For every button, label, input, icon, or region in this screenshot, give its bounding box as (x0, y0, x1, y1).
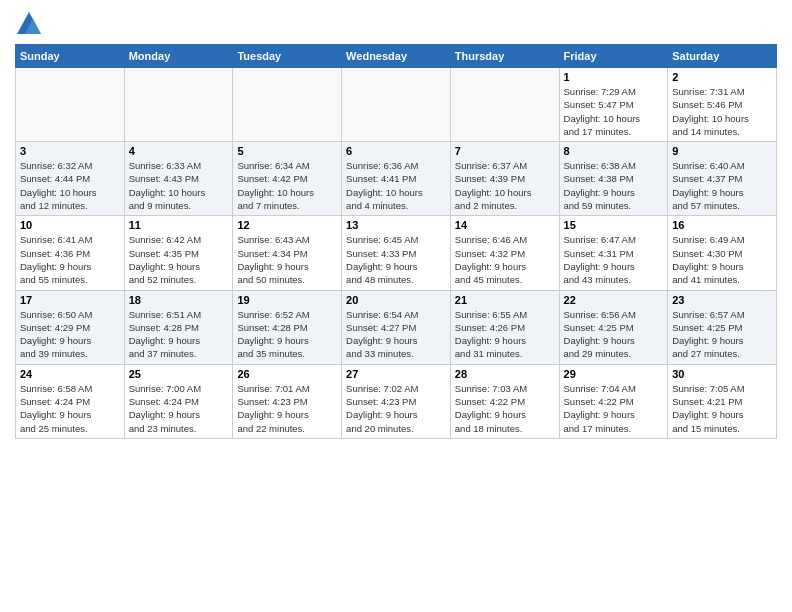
calendar-cell: 22Sunrise: 6:56 AM Sunset: 4:25 PM Dayli… (559, 290, 668, 364)
day-info: Sunrise: 6:56 AM Sunset: 4:25 PM Dayligh… (564, 308, 664, 361)
day-number: 19 (237, 294, 337, 306)
day-number: 27 (346, 368, 446, 380)
day-number: 20 (346, 294, 446, 306)
day-number: 26 (237, 368, 337, 380)
weekday-header-friday: Friday (559, 45, 668, 68)
day-info: Sunrise: 6:49 AM Sunset: 4:30 PM Dayligh… (672, 233, 772, 286)
calendar-cell: 27Sunrise: 7:02 AM Sunset: 4:23 PM Dayli… (342, 364, 451, 438)
calendar-cell: 9Sunrise: 6:40 AM Sunset: 4:37 PM Daylig… (668, 142, 777, 216)
calendar-cell (233, 68, 342, 142)
day-number: 16 (672, 219, 772, 231)
day-number: 15 (564, 219, 664, 231)
calendar-cell: 21Sunrise: 6:55 AM Sunset: 4:26 PM Dayli… (450, 290, 559, 364)
calendar-cell: 7Sunrise: 6:37 AM Sunset: 4:39 PM Daylig… (450, 142, 559, 216)
day-number: 7 (455, 145, 555, 157)
logo (15, 10, 47, 38)
day-info: Sunrise: 6:55 AM Sunset: 4:26 PM Dayligh… (455, 308, 555, 361)
day-number: 25 (129, 368, 229, 380)
day-info: Sunrise: 7:04 AM Sunset: 4:22 PM Dayligh… (564, 382, 664, 435)
calendar-cell: 8Sunrise: 6:38 AM Sunset: 4:38 PM Daylig… (559, 142, 668, 216)
day-info: Sunrise: 6:38 AM Sunset: 4:38 PM Dayligh… (564, 159, 664, 212)
day-number: 9 (672, 145, 772, 157)
calendar-header: SundayMondayTuesdayWednesdayThursdayFrid… (16, 45, 777, 68)
day-number: 29 (564, 368, 664, 380)
weekday-header-row: SundayMondayTuesdayWednesdayThursdayFrid… (16, 45, 777, 68)
calendar-cell: 12Sunrise: 6:43 AM Sunset: 4:34 PM Dayli… (233, 216, 342, 290)
day-info: Sunrise: 6:33 AM Sunset: 4:43 PM Dayligh… (129, 159, 229, 212)
calendar-cell: 14Sunrise: 6:46 AM Sunset: 4:32 PM Dayli… (450, 216, 559, 290)
calendar-week-3: 10Sunrise: 6:41 AM Sunset: 4:36 PM Dayli… (16, 216, 777, 290)
day-number: 14 (455, 219, 555, 231)
calendar-cell: 25Sunrise: 7:00 AM Sunset: 4:24 PM Dayli… (124, 364, 233, 438)
calendar-cell: 11Sunrise: 6:42 AM Sunset: 4:35 PM Dayli… (124, 216, 233, 290)
calendar-cell: 13Sunrise: 6:45 AM Sunset: 4:33 PM Dayli… (342, 216, 451, 290)
weekday-header-tuesday: Tuesday (233, 45, 342, 68)
calendar-body: 1Sunrise: 7:29 AM Sunset: 5:47 PM Daylig… (16, 68, 777, 439)
weekday-header-wednesday: Wednesday (342, 45, 451, 68)
page-container: SundayMondayTuesdayWednesdayThursdayFrid… (0, 0, 792, 449)
calendar-cell: 19Sunrise: 6:52 AM Sunset: 4:28 PM Dayli… (233, 290, 342, 364)
day-number: 23 (672, 294, 772, 306)
day-number: 18 (129, 294, 229, 306)
day-number: 10 (20, 219, 120, 231)
calendar-cell: 16Sunrise: 6:49 AM Sunset: 4:30 PM Dayli… (668, 216, 777, 290)
day-number: 21 (455, 294, 555, 306)
day-number: 24 (20, 368, 120, 380)
day-info: Sunrise: 6:58 AM Sunset: 4:24 PM Dayligh… (20, 382, 120, 435)
calendar-cell: 6Sunrise: 6:36 AM Sunset: 4:41 PM Daylig… (342, 142, 451, 216)
day-number: 6 (346, 145, 446, 157)
day-number: 30 (672, 368, 772, 380)
day-info: Sunrise: 6:43 AM Sunset: 4:34 PM Dayligh… (237, 233, 337, 286)
calendar-cell (124, 68, 233, 142)
day-info: Sunrise: 6:46 AM Sunset: 4:32 PM Dayligh… (455, 233, 555, 286)
page-header (15, 10, 777, 38)
calendar-cell (450, 68, 559, 142)
calendar-cell: 2Sunrise: 7:31 AM Sunset: 5:46 PM Daylig… (668, 68, 777, 142)
day-info: Sunrise: 6:32 AM Sunset: 4:44 PM Dayligh… (20, 159, 120, 212)
day-info: Sunrise: 6:54 AM Sunset: 4:27 PM Dayligh… (346, 308, 446, 361)
calendar-cell: 3Sunrise: 6:32 AM Sunset: 4:44 PM Daylig… (16, 142, 125, 216)
calendar-cell: 17Sunrise: 6:50 AM Sunset: 4:29 PM Dayli… (16, 290, 125, 364)
calendar-cell: 5Sunrise: 6:34 AM Sunset: 4:42 PM Daylig… (233, 142, 342, 216)
calendar-table: SundayMondayTuesdayWednesdayThursdayFrid… (15, 44, 777, 439)
day-info: Sunrise: 6:52 AM Sunset: 4:28 PM Dayligh… (237, 308, 337, 361)
day-number: 1 (564, 71, 664, 83)
day-number: 22 (564, 294, 664, 306)
day-number: 11 (129, 219, 229, 231)
weekday-header-saturday: Saturday (668, 45, 777, 68)
calendar-cell: 30Sunrise: 7:05 AM Sunset: 4:21 PM Dayli… (668, 364, 777, 438)
day-info: Sunrise: 6:50 AM Sunset: 4:29 PM Dayligh… (20, 308, 120, 361)
day-info: Sunrise: 6:34 AM Sunset: 4:42 PM Dayligh… (237, 159, 337, 212)
day-info: Sunrise: 6:36 AM Sunset: 4:41 PM Dayligh… (346, 159, 446, 212)
day-info: Sunrise: 7:29 AM Sunset: 5:47 PM Dayligh… (564, 85, 664, 138)
calendar-week-5: 24Sunrise: 6:58 AM Sunset: 4:24 PM Dayli… (16, 364, 777, 438)
weekday-header-thursday: Thursday (450, 45, 559, 68)
calendar-cell: 23Sunrise: 6:57 AM Sunset: 4:25 PM Dayli… (668, 290, 777, 364)
calendar-week-2: 3Sunrise: 6:32 AM Sunset: 4:44 PM Daylig… (16, 142, 777, 216)
day-info: Sunrise: 7:31 AM Sunset: 5:46 PM Dayligh… (672, 85, 772, 138)
day-number: 5 (237, 145, 337, 157)
calendar-cell: 20Sunrise: 6:54 AM Sunset: 4:27 PM Dayli… (342, 290, 451, 364)
day-info: Sunrise: 6:37 AM Sunset: 4:39 PM Dayligh… (455, 159, 555, 212)
day-info: Sunrise: 6:51 AM Sunset: 4:28 PM Dayligh… (129, 308, 229, 361)
calendar-cell: 24Sunrise: 6:58 AM Sunset: 4:24 PM Dayli… (16, 364, 125, 438)
calendar-cell: 28Sunrise: 7:03 AM Sunset: 4:22 PM Dayli… (450, 364, 559, 438)
day-info: Sunrise: 6:45 AM Sunset: 4:33 PM Dayligh… (346, 233, 446, 286)
weekday-header-monday: Monday (124, 45, 233, 68)
calendar-cell (342, 68, 451, 142)
calendar-cell: 4Sunrise: 6:33 AM Sunset: 4:43 PM Daylig… (124, 142, 233, 216)
day-info: Sunrise: 6:42 AM Sunset: 4:35 PM Dayligh… (129, 233, 229, 286)
calendar-cell: 18Sunrise: 6:51 AM Sunset: 4:28 PM Dayli… (124, 290, 233, 364)
day-number: 3 (20, 145, 120, 157)
day-number: 8 (564, 145, 664, 157)
calendar-week-4: 17Sunrise: 6:50 AM Sunset: 4:29 PM Dayli… (16, 290, 777, 364)
day-info: Sunrise: 6:40 AM Sunset: 4:37 PM Dayligh… (672, 159, 772, 212)
day-info: Sunrise: 7:00 AM Sunset: 4:24 PM Dayligh… (129, 382, 229, 435)
day-number: 4 (129, 145, 229, 157)
day-info: Sunrise: 6:57 AM Sunset: 4:25 PM Dayligh… (672, 308, 772, 361)
calendar-cell: 29Sunrise: 7:04 AM Sunset: 4:22 PM Dayli… (559, 364, 668, 438)
day-number: 2 (672, 71, 772, 83)
calendar-cell: 15Sunrise: 6:47 AM Sunset: 4:31 PM Dayli… (559, 216, 668, 290)
day-info: Sunrise: 7:05 AM Sunset: 4:21 PM Dayligh… (672, 382, 772, 435)
calendar-cell: 10Sunrise: 6:41 AM Sunset: 4:36 PM Dayli… (16, 216, 125, 290)
